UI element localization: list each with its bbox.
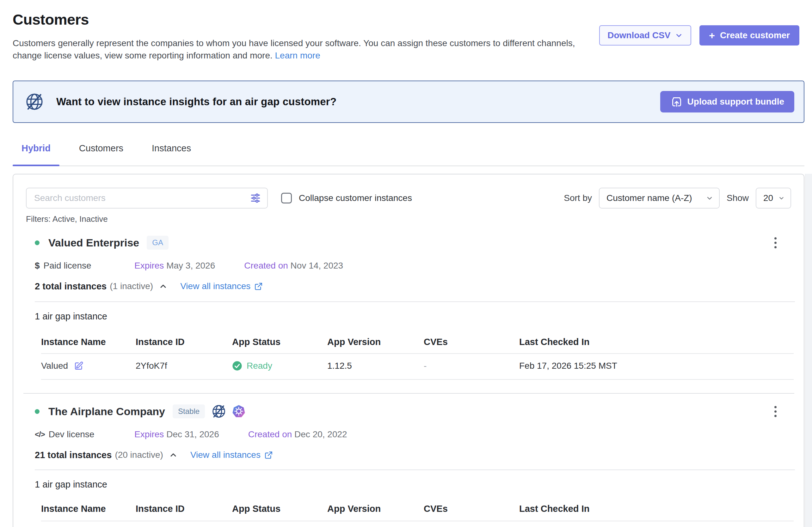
create-customer-button[interactable]: + Create customer [699,25,799,45]
search-box [26,188,268,209]
scrollbar[interactable] [805,174,812,527]
instances-summary-row: 21 total instances (20 inactive) View al… [35,449,795,461]
header-left: Customers Customers generally represent … [13,11,585,62]
license-type: $ Paid license [35,261,134,271]
app-status-cell: Ready [232,361,327,371]
edit-icon[interactable] [74,361,84,371]
created-field: Created on Dec 20, 2022 [248,430,347,439]
customer-header: Valued Enterprise GA [35,235,795,251]
external-link-icon [254,282,263,291]
banner-title: Want to view instance insights for an ai… [56,96,336,108]
cves-cell: - [424,361,519,371]
tab-hybrid[interactable]: Hybrid [21,143,50,166]
chevron-up-icon[interactable] [159,282,168,291]
license-type: </> Dev license [35,430,134,439]
instances-table: Instance Name Instance ID App Status App… [41,336,794,380]
instance-id-cell: 2YfoK7f [136,361,232,371]
divider [35,469,795,470]
kebab-menu-icon[interactable] [772,236,779,250]
instances-total: 21 total instances [35,450,112,460]
chevron-down-icon [706,194,713,202]
instances-table-header: Instance Name Instance ID App Status App… [41,503,794,521]
collapse-checkbox-label: Collapse customer instances [299,193,412,203]
code-icon: </> [35,430,45,439]
expires-field: Expires Dec 31, 2026 [134,430,219,439]
customer-type-icons [211,404,246,419]
download-csv-button[interactable]: Download CSV [599,25,691,45]
airgap-instances-heading: 1 air gap instance [35,478,795,490]
chevron-down-icon [675,31,683,40]
customer-name[interactable]: Valued Enterprise [48,237,139,249]
airgap-globe-icon [25,92,44,111]
tab-instances[interactable]: Instances [152,143,191,166]
download-csv-label: Download CSV [607,30,670,41]
sort-by-select[interactable]: Customer name (A-Z) [599,188,720,209]
customer-divider [24,393,794,394]
page-title: Customers [13,11,585,28]
instance-row: Valued 2YfoK7f Ready [41,354,794,380]
show-value: 20 [763,193,773,203]
toolbar: Collapse customer instances Sort by Cust… [13,175,804,209]
license-type-label: Paid license [44,261,91,271]
tab-bar: Hybrid Customers Instances [13,123,804,166]
customer-name[interactable]: The Airplane Company [48,405,165,418]
collapse-checkbox[interactable] [281,193,292,204]
view-all-instances-link[interactable]: View all instances [190,450,273,460]
license-type-label: Dev license [49,430,95,439]
customer-meta: $ Paid license Expires May 3, 2026 Creat… [35,260,795,272]
instance-name-cell: Valued [41,361,136,371]
instances-inactive: (1 inactive) [110,281,153,291]
sort-controls: Sort by Customer name (A-Z) Show 20 [564,188,791,209]
active-filters-text: Filters: Active, Inactive [13,209,804,224]
show-select[interactable]: 20 [756,188,791,209]
channel-badge: GA [147,236,169,250]
page-header: Customers Customers generally represent … [0,0,812,62]
created-field: Created on Nov 14, 2023 [244,261,343,271]
tab-customers[interactable]: Customers [79,143,123,166]
plus-icon: + [709,30,715,41]
active-status-dot [35,240,40,245]
app-version-cell: 1.12.5 [327,361,424,371]
kubernetes-icon [231,404,246,419]
customer-header: The Airplane Company Stable [35,403,795,420]
header-actions: Download CSV + Create customer [599,25,799,62]
dollar-icon: $ [35,261,40,271]
instances-inactive: (20 inactive) [115,450,163,460]
show-label: Show [727,193,749,203]
check-circle-icon [232,361,242,371]
customers-card: Collapse customer instances Sort by Cust… [13,174,804,527]
customer-meta: </> Dev license Expires Dec 31, 2026 Cre… [35,428,795,440]
filter-sliders-icon[interactable] [249,192,261,205]
airgap-instances-heading: 1 air gap instance [35,310,795,322]
kebab-menu-icon[interactable] [772,404,779,419]
sort-by-value: Customer name (A-Z) [607,193,701,203]
chevron-up-icon[interactable] [169,451,178,460]
expires-field: Expires May 3, 2026 [134,261,215,271]
page-description: Customers generally represent the compan… [13,37,585,62]
airgap-banner: Want to view instance insights for an ai… [13,80,804,123]
collapse-instances-control: Collapse customer instances [281,193,412,204]
external-link-icon [264,451,273,460]
channel-badge: Stable [173,404,205,418]
instances-table-header: Instance Name Instance ID App Status App… [41,336,794,354]
view-all-instances-link[interactable]: View all instances [180,281,263,291]
learn-more-link[interactable]: Learn more [275,50,320,60]
search-input[interactable] [26,188,268,209]
active-status-dot [35,409,40,414]
chevron-down-icon [778,194,785,202]
customer-section-airplane-company: The Airplane Company Stable [13,403,804,521]
instances-summary-row: 2 total instances (1 inactive) View all … [35,280,795,292]
upload-bundle-icon [670,95,683,108]
create-customer-label: Create customer [720,30,790,41]
instances-total: 2 total instances [35,281,106,291]
sort-by-label: Sort by [564,193,592,203]
upload-support-bundle-label: Upload support bundle [687,97,784,107]
customer-section-valued-enterprise: Valued Enterprise GA $ Paid license Expi… [13,235,804,380]
last-checked-in-cell: Feb 17, 2026 15:25 MST [519,361,794,371]
divider [35,301,795,302]
airgap-globe-icon [211,404,227,419]
instances-table: Instance Name Instance ID App Status App… [41,503,794,521]
upload-support-bundle-button[interactable]: Upload support bundle [660,91,794,112]
